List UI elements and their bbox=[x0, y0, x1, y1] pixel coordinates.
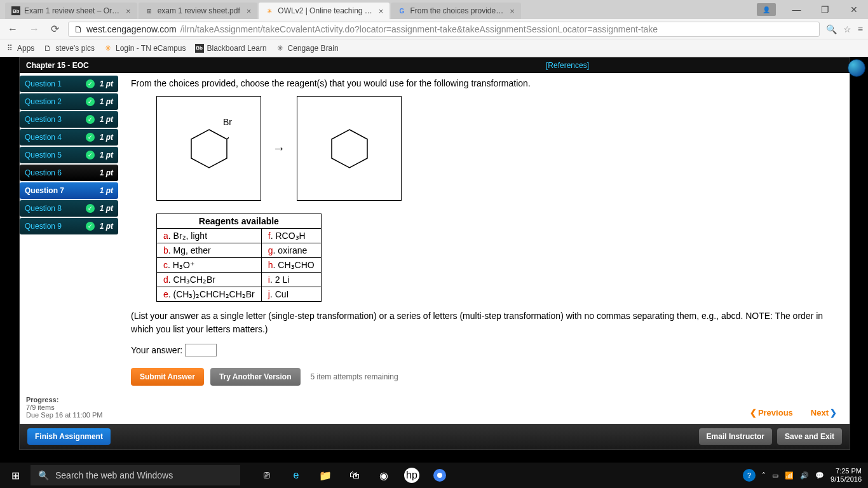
close-icon[interactable]: × bbox=[247, 6, 252, 16]
window-controls: 👤 — ❐ ✕ bbox=[757, 0, 868, 19]
owl-icon: ✳ bbox=[265, 6, 274, 15]
reaction-arrow-icon bbox=[273, 141, 285, 156]
system-tray: ? ˄ ▭ 📶 🔊 💬 7:25 PM 9/15/2016 bbox=[743, 467, 868, 484]
email-instructor-button[interactable]: Email Instructor bbox=[699, 428, 772, 445]
bookmark-tn-ecampus[interactable]: ✳Login - TN eCampus bbox=[104, 44, 186, 53]
try-another-button[interactable]: Try Another Version bbox=[210, 368, 301, 386]
minimize-button[interactable]: — bbox=[782, 0, 811, 19]
cengage-icon: ✳ bbox=[276, 44, 285, 53]
question-nav-item-7[interactable]: Question 71 pt bbox=[20, 182, 118, 199]
tab-owlv2[interactable]: ✳OWLv2 | Online teaching …× bbox=[259, 3, 390, 19]
taskbar-clock[interactable]: 7:25 PM 9/15/2016 bbox=[831, 467, 862, 484]
close-icon[interactable]: × bbox=[126, 6, 131, 16]
reagent-row: d. CH₃CH₂Bri. 2 Li bbox=[157, 273, 322, 287]
google-icon: G bbox=[397, 6, 406, 15]
assignment-app: Chapter 15 - EOC [References] Question 1… bbox=[19, 57, 850, 450]
question-nav: Question 1✓1 ptQuestion 2✓1 ptQuestion 3… bbox=[20, 73, 118, 424]
address-bar: ← → ⟳ 🗋 west.cengagenow.com/ilrn/takeAss… bbox=[0, 19, 868, 39]
question-nav-item-9[interactable]: Question 9✓1 pt bbox=[20, 218, 118, 234]
store-icon[interactable]: 🛍 bbox=[341, 463, 369, 488]
file-icon: 🗎 bbox=[145, 6, 154, 15]
svg-point-4 bbox=[437, 473, 442, 478]
obs-icon[interactable]: ◉ bbox=[370, 463, 398, 488]
url-input[interactable]: 🗋 west.cengagenow.com/ilrn/takeAssignmen… bbox=[68, 22, 820, 37]
answer-input[interactable] bbox=[185, 344, 217, 356]
answer-line: Your answer: bbox=[131, 344, 837, 356]
question-nav-item-4[interactable]: Question 4✓1 pt bbox=[20, 129, 118, 146]
user-badge-icon[interactable]: 👤 bbox=[757, 3, 776, 16]
cyclohexane-icon bbox=[189, 126, 229, 171]
action-center-icon[interactable]: 💬 bbox=[815, 471, 824, 480]
check-icon: ✓ bbox=[86, 151, 95, 159]
zoom-icon[interactable]: 🔍 bbox=[826, 24, 837, 34]
close-button[interactable]: ✕ bbox=[839, 0, 868, 19]
help-icon[interactable]: ? bbox=[743, 469, 756, 482]
chapter-title: Chapter 15 - EOC bbox=[26, 61, 89, 70]
reagents-header: Reagents available bbox=[157, 214, 322, 229]
taskbar-search[interactable]: 🔍Search the web and Windows bbox=[31, 465, 240, 485]
browser-tab-bar: BbExam 1 review sheet – Or…× 🗎exam 1 rev… bbox=[0, 0, 868, 19]
battery-icon[interactable]: ▭ bbox=[772, 471, 778, 480]
reagents-table: Reagents available a. Br₂, lightf. RCO₃H… bbox=[156, 214, 322, 302]
bookmark-cengage[interactable]: ✳Cengage Brain bbox=[276, 44, 339, 53]
hp-icon[interactable]: hp bbox=[404, 468, 419, 483]
apps-button[interactable]: ⠿Apps bbox=[5, 44, 34, 53]
question-nav-item-8[interactable]: Question 8✓1 pt bbox=[20, 200, 118, 217]
chevron-up-icon[interactable]: ˄ bbox=[762, 471, 766, 480]
wifi-icon[interactable]: 📶 bbox=[785, 471, 794, 480]
prev-next-nav: ❮Previous Next❯ bbox=[750, 408, 837, 417]
submit-answer-button[interactable]: Submit Answer bbox=[131, 368, 204, 386]
question-nav-item-3[interactable]: Question 3✓1 pt bbox=[20, 111, 118, 128]
bookmark-steves-pics[interactable]: 🗋steve's pics bbox=[43, 44, 95, 53]
forward-button[interactable]: → bbox=[27, 24, 42, 35]
question-nav-item-2[interactable]: Question 2✓1 pt bbox=[20, 93, 118, 110]
task-view-icon[interactable]: ⎚ bbox=[253, 463, 281, 488]
question-nav-item-1[interactable]: Question 1✓1 pt bbox=[20, 76, 118, 92]
reagent-row: c. H₃O⁺h. CH₃CHO bbox=[157, 258, 322, 273]
svg-marker-0 bbox=[191, 130, 227, 168]
reagent-row: a. Br₂, lightf. RCO₃H bbox=[157, 229, 322, 243]
tab-google[interactable]: GFrom the choices provide…× bbox=[391, 3, 520, 19]
help-orb-icon[interactable] bbox=[848, 59, 865, 77]
reagent-row: e. (CH₃)₂CHCH₂CH₂Brj. CuI bbox=[157, 287, 322, 302]
login-icon: ✳ bbox=[104, 44, 112, 53]
question-main: From the choices provided, choose the re… bbox=[118, 73, 850, 424]
menu-icon[interactable]: ≡ bbox=[858, 24, 863, 34]
tab-bb[interactable]: BbExam 1 review sheet – Or…× bbox=[5, 3, 137, 19]
cyclohexane-icon bbox=[330, 126, 369, 171]
progress-block: Progress: 7/9 items Due Sep 16 at 11:00 … bbox=[26, 396, 102, 419]
back-button[interactable]: ← bbox=[5, 24, 20, 35]
next-button[interactable]: Next❯ bbox=[811, 408, 837, 417]
reload-button[interactable]: ⟳ bbox=[48, 23, 62, 35]
save-and-exit-button[interactable]: Save and Exit bbox=[777, 428, 842, 445]
check-icon: ✓ bbox=[86, 222, 95, 231]
question-nav-item-5[interactable]: Question 5✓1 pt bbox=[20, 147, 118, 163]
br-label: Br bbox=[223, 117, 232, 127]
windows-taskbar: ⊞ 🔍Search the web and Windows ⎚ e 📁 🛍 ◉ … bbox=[0, 463, 868, 488]
previous-button[interactable]: ❮Previous bbox=[750, 408, 793, 417]
check-icon: ✓ bbox=[86, 133, 95, 142]
bookmark-blackboard[interactable]: BbBlackboard Learn bbox=[195, 44, 267, 53]
star-icon[interactable]: ☆ bbox=[843, 24, 851, 34]
question-stem: From the choices provided, choose the re… bbox=[131, 78, 837, 88]
explorer-icon[interactable]: 📁 bbox=[311, 463, 339, 488]
bb-icon: Bb bbox=[195, 44, 204, 53]
svg-line-1 bbox=[227, 132, 229, 139]
maximize-button[interactable]: ❐ bbox=[811, 0, 839, 19]
check-icon: ✓ bbox=[86, 97, 95, 106]
finish-assignment-button[interactable]: Finish Assignment bbox=[27, 428, 111, 445]
chapter-bar: Chapter 15 - EOC [References] bbox=[20, 58, 850, 73]
references-link[interactable]: [References] bbox=[546, 61, 589, 70]
chrome-icon[interactable] bbox=[426, 463, 454, 488]
attempts-remaining: 5 item attempts remaining bbox=[311, 372, 398, 381]
volume-icon[interactable]: 🔊 bbox=[800, 471, 809, 480]
tab-pdf[interactable]: 🗎exam 1 review sheet.pdf× bbox=[139, 3, 258, 19]
edge-icon[interactable]: e bbox=[282, 463, 310, 488]
answer-label: Your answer: bbox=[131, 345, 182, 355]
start-button[interactable]: ⊞ bbox=[0, 463, 31, 488]
check-icon: ✓ bbox=[86, 204, 95, 213]
close-icon[interactable]: × bbox=[510, 6, 515, 16]
check-icon: ✓ bbox=[86, 115, 95, 124]
question-nav-item-6[interactable]: Question 61 pt bbox=[20, 165, 118, 181]
close-icon[interactable]: × bbox=[379, 6, 384, 16]
